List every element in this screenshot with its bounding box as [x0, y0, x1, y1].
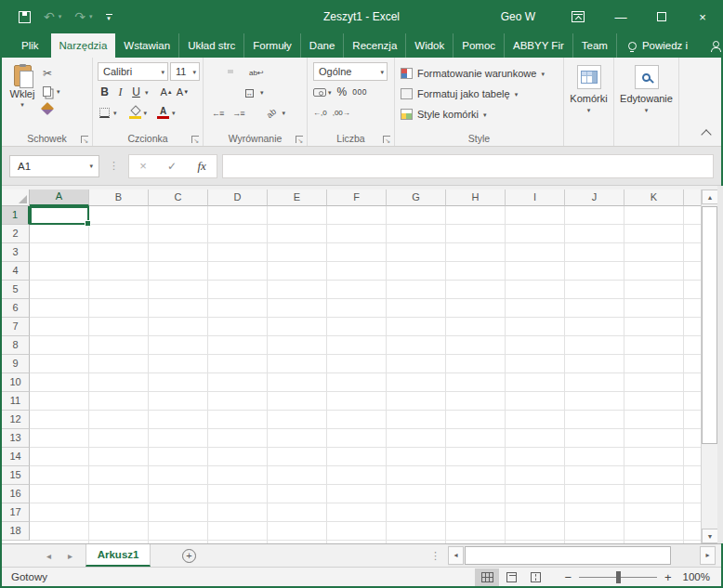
vertical-scroll-thumb[interactable]: [702, 206, 717, 444]
undo-caret-icon[interactable]: ▾: [59, 13, 62, 20]
minimize-button[interactable]: —: [600, 0, 641, 33]
align-center-button[interactable]: [218, 90, 224, 94]
row-header-4[interactable]: 4: [2, 262, 30, 281]
row-header-1[interactable]: 1: [2, 206, 30, 225]
fill-color-caret-icon[interactable]: ▾: [144, 110, 148, 116]
paste-button[interactable]: Wklej ▾: [2, 61, 43, 129]
italic-button[interactable]: I: [113, 85, 127, 99]
format-painter-button[interactable]: [43, 102, 60, 115]
column-header-H[interactable]: H: [446, 189, 506, 206]
save-icon[interactable]: [19, 11, 31, 23]
number-dialog-launcher[interactable]: ↘: [383, 136, 390, 143]
cancel-icon[interactable]: ×: [139, 159, 147, 173]
ribbon-tab-file[interactable]: Plik: [9, 33, 51, 58]
align-top-button[interactable]: [209, 70, 215, 73]
ribbon-tab[interactable]: Team: [573, 33, 617, 58]
shrink-font-button[interactable]: A▼: [176, 86, 190, 98]
ribbon-tab[interactable]: Recenzja: [344, 33, 406, 58]
format-as-table-button[interactable]: Formatuj jako tabelę ▾: [401, 84, 563, 104]
row-header-12[interactable]: 12: [2, 411, 30, 429]
formula-bar-splitter[interactable]: ⋮: [109, 160, 119, 172]
horizontal-scroll-thumb[interactable]: [465, 546, 671, 565]
scroll-up-icon[interactable]: ▲: [702, 189, 718, 204]
sheet-nav-right-icon[interactable]: ▸: [68, 551, 72, 561]
ribbon-tab[interactable]: Dane: [301, 33, 345, 58]
redo-icon[interactable]: ↷: [74, 10, 85, 23]
horizontal-scrollbar[interactable]: ◂ ▸: [448, 544, 716, 567]
cells-canvas[interactable]: [30, 206, 701, 543]
font-color-caret-icon[interactable]: ▾: [172, 110, 176, 116]
conditional-formatting-button[interactable]: Formatowanie warunkowe ▾: [401, 63, 563, 84]
share-button[interactable]: Udostępnij: [699, 33, 723, 58]
sheet-nav-left-icon[interactable]: ◂: [46, 551, 51, 561]
zoom-slider-thumb[interactable]: [616, 571, 621, 583]
formula-input[interactable]: [222, 154, 714, 178]
percent-style-button[interactable]: %: [337, 85, 348, 98]
grow-font-button[interactable]: A▲: [160, 86, 174, 98]
wrap-text-button[interactable]: ab↩: [246, 64, 267, 79]
ribbon-tab[interactable]: Układ strc: [179, 33, 244, 58]
comma-style-button[interactable]: 000: [352, 87, 367, 97]
close-button[interactable]: ×: [682, 0, 723, 33]
add-sheet-icon[interactable]: +: [182, 549, 196, 563]
tell-me-button[interactable]: Powiedz i: [617, 33, 699, 58]
column-header-E[interactable]: E: [268, 189, 327, 206]
row-header-5[interactable]: 5: [2, 281, 30, 299]
ribbon-tab[interactable]: Wstawian: [115, 33, 179, 58]
page-layout-view-button[interactable]: [499, 568, 523, 586]
bold-button[interactable]: B: [98, 85, 112, 98]
ribbon-tab[interactable]: ABBYY Fir: [505, 33, 573, 58]
collapse-ribbon-icon[interactable]: [701, 129, 711, 139]
zoom-in-button[interactable]: +: [664, 570, 672, 584]
column-header-I[interactable]: I: [506, 189, 565, 206]
ribbon-display-options-button[interactable]: [559, 0, 600, 33]
group-editing[interactable]: Edytowanie ▾: [614, 58, 679, 146]
zoom-out-button[interactable]: −: [564, 570, 572, 584]
number-format-combo[interactable]: Ogólne▾: [313, 62, 388, 81]
tab-scroll-splitter[interactable]: ⋮: [430, 550, 440, 562]
align-middle-button[interactable]: [218, 70, 224, 73]
insert-function-icon[interactable]: fx: [197, 159, 205, 174]
ribbon-tab[interactable]: Widok: [406, 33, 454, 58]
row-header-2[interactable]: 2: [2, 225, 30, 243]
select-all-corner[interactable]: [2, 189, 30, 206]
copy-button[interactable]: ▾: [43, 85, 60, 98]
ribbon-tab[interactable]: Formuły: [244, 33, 301, 58]
row-header-17[interactable]: 17: [2, 503, 30, 522]
zoom-slider[interactable]: [579, 571, 657, 583]
undo-icon[interactable]: ↶: [44, 10, 55, 23]
alignment-dialog-launcher[interactable]: ↘: [296, 136, 303, 143]
ribbon-tab-home-active[interactable]: Narzędzia: [51, 33, 116, 58]
accounting-format-button[interactable]: ▾: [313, 88, 332, 97]
underline-button[interactable]: U: [129, 85, 143, 98]
row-header-3[interactable]: 3: [2, 243, 30, 262]
sheet-tab-arkusz1[interactable]: Arkusz1: [85, 544, 151, 567]
clipboard-dialog-launcher[interactable]: ↘: [81, 136, 88, 143]
column-header-C[interactable]: C: [149, 189, 208, 206]
column-header-J[interactable]: J: [565, 189, 624, 206]
column-header-B[interactable]: B: [89, 189, 149, 206]
row-header-8[interactable]: 8: [2, 336, 30, 355]
column-header-A[interactable]: A: [30, 189, 89, 206]
ribbon-tab[interactable]: Pomoc: [454, 33, 505, 58]
name-box[interactable]: A1 ▾: [9, 155, 99, 177]
vertical-scrollbar[interactable]: ▲ ▼: [701, 189, 717, 543]
column-header-D[interactable]: D: [208, 189, 268, 206]
font-size-combo[interactable]: 11▾: [170, 62, 200, 81]
orientation-button[interactable]: ab: [264, 105, 279, 120]
orientation-caret-icon[interactable]: ▾: [283, 110, 286, 116]
row-header-6[interactable]: 6: [2, 299, 30, 318]
zoom-level[interactable]: 100%: [683, 571, 710, 582]
scroll-down-icon[interactable]: ▼: [702, 529, 718, 543]
merge-center-button[interactable]: ↔: [243, 85, 256, 99]
merge-caret-icon[interactable]: ▾: [260, 89, 264, 96]
increase-decimal-button[interactable]: ←,0: [313, 109, 327, 117]
align-bottom-button[interactable]: [228, 70, 233, 73]
font-family-combo[interactable]: Calibri▾: [98, 62, 168, 81]
increase-indent-button[interactable]: →≡: [230, 105, 246, 120]
row-header-18[interactable]: 18: [2, 522, 30, 541]
row-header-16[interactable]: 16: [2, 485, 30, 503]
font-dialog-launcher[interactable]: ↘: [191, 136, 199, 143]
scroll-right-icon[interactable]: ▸: [700, 546, 716, 565]
customize-qat-icon[interactable]: ▾: [106, 14, 112, 20]
